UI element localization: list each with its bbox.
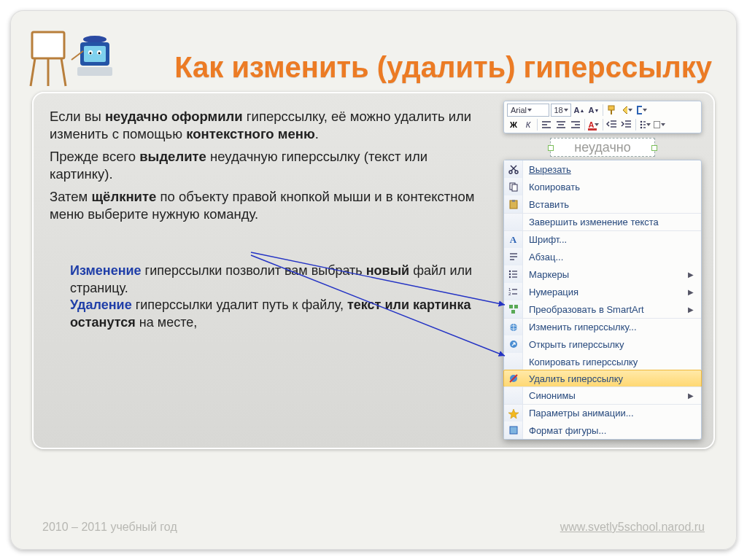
chevron-down-icon: [643, 109, 647, 112]
numbering-icon: 12: [508, 286, 519, 298]
menu-synonyms[interactable]: Синонимы▶: [504, 386, 701, 404]
context-menu: Вырезать Копировать Вставить Завершить и…: [503, 160, 702, 440]
separator: [603, 119, 603, 131]
svg-point-49: [508, 271, 510, 272]
text: гиперссылки удалит путь к файлу,: [132, 298, 347, 312]
menu-remove-hyperlink[interactable]: Удалить гиперссылку: [503, 370, 702, 387]
shape-fill-button[interactable]: [620, 104, 633, 117]
font-name: Arial: [511, 106, 527, 114]
align-center-button[interactable]: [554, 118, 568, 131]
chevron-down-icon: [564, 109, 568, 112]
label: Вставить: [523, 199, 694, 210]
text-bold: щёлкните: [91, 189, 156, 204]
menu-font[interactable]: AШрифт...: [504, 230, 701, 248]
separator: [537, 119, 538, 131]
menu-animation[interactable]: Параметры анимации...: [504, 404, 701, 421]
submenu-arrow-icon: ▶: [688, 288, 694, 296]
slide-footer: 2010 – 2011 учебный год www.svetly5schoo…: [42, 521, 705, 534]
footer-link[interactable]: www.svetly5school.narod.ru: [560, 521, 705, 534]
shrink-font-button[interactable]: A▼: [587, 104, 600, 117]
menu-paste[interactable]: Вставить: [504, 195, 701, 213]
label: Копировать: [523, 182, 694, 192]
svg-point-4: [83, 36, 107, 43]
align-left-button[interactable]: [540, 118, 553, 131]
selected-text-box[interactable]: неудачно: [550, 138, 655, 157]
outdent-icon: [606, 119, 618, 131]
svg-text:2: 2: [508, 292, 511, 296]
svg-point-38: [509, 171, 512, 174]
font-icon: A: [510, 234, 516, 246]
open-link-icon: [508, 338, 519, 350]
menu-edit-hyperlink[interactable]: Изменить гиперссылку...: [504, 318, 701, 335]
format-painter-button[interactable]: [605, 104, 619, 117]
menu-bullets[interactable]: Маркеры▶: [504, 265, 701, 283]
indent-icon: [621, 119, 632, 131]
content-frame: Если вы неудачно оформили гиперссылку, е…: [32, 92, 715, 449]
label: Завершить изменение текста: [523, 217, 694, 228]
bullets-button[interactable]: [638, 118, 651, 131]
label: Параметры анимации...: [523, 408, 694, 419]
svg-line-40: [511, 166, 516, 171]
bullets-icon: [508, 268, 519, 280]
font-select[interactable]: Arial: [507, 104, 549, 117]
separator: [584, 119, 585, 131]
slide-title: Как изменить (удалить) гиперссылку: [140, 51, 712, 83]
menu-format-shape[interactable]: Формат фигуры...: [504, 421, 701, 439]
submenu-arrow-icon: ▶: [688, 392, 694, 400]
align-left-icon: [541, 119, 552, 131]
mini-toolbar: Arial 18 A▲ A▼ Ж К A: [503, 101, 702, 133]
swatch-button[interactable]: [653, 118, 666, 131]
scissors-icon: [508, 163, 519, 175]
text-bold: выделите: [139, 149, 206, 164]
grow-font-button[interactable]: A▲: [573, 104, 586, 117]
increase-indent-button[interactable]: [620, 118, 633, 131]
italic-button[interactable]: К: [522, 118, 535, 131]
chevron-down-icon: [646, 123, 651, 126]
svg-rect-0: [32, 32, 64, 58]
text: .: [315, 126, 319, 141]
paragraph-1: Если вы неудачно оформили гиперссылку, е…: [50, 108, 492, 144]
menu-cut[interactable]: Вырезать: [504, 160, 701, 178]
shape-outline-button[interactable]: [635, 104, 648, 117]
svg-rect-61: [511, 310, 515, 314]
align-right-icon: [570, 119, 581, 131]
svg-line-2: [61, 58, 66, 86]
svg-rect-16: [638, 106, 642, 114]
font-size: 18: [554, 106, 562, 114]
label: Преобразовать в SmartArt: [529, 304, 644, 315]
label: Синонимы: [523, 390, 685, 401]
label: Абзац...: [523, 252, 694, 262]
label: Удалить гиперссылку: [523, 373, 694, 384]
font-color-button[interactable]: A: [587, 118, 600, 131]
text-blue: Удаление: [70, 298, 132, 312]
bold-button[interactable]: Ж: [507, 118, 520, 131]
menu-open-hyperlink[interactable]: Открыть гиперссылку: [504, 335, 701, 353]
label: Изменить гиперссылку...: [523, 322, 694, 332]
label: Копировать гиперссылку: [523, 357, 694, 368]
paragraph-3: Затем щёлкните по объекту правой кнопкой…: [50, 188, 492, 224]
svg-rect-59: [509, 305, 513, 308]
chevron-down-icon: [628, 109, 632, 112]
separator: [635, 119, 636, 131]
menu-copy-hyperlink[interactable]: Копировать гиперссылку: [504, 353, 701, 370]
menu-end-edit[interactable]: Завершить изменение текста: [504, 213, 701, 230]
svg-point-51: [508, 276, 510, 278]
format-shape-icon: [508, 424, 519, 436]
outline-icon: [635, 104, 642, 116]
svg-rect-60: [514, 305, 518, 308]
align-right-button[interactable]: [569, 118, 582, 131]
text: на месте,: [136, 315, 197, 330]
menu-numbering[interactable]: 12Нумерация▶: [504, 283, 701, 300]
decrease-indent-button[interactable]: [605, 118, 619, 131]
menu-smartart[interactable]: Преобразовать в SmartArt▶: [504, 300, 701, 318]
slide: Как изменить (удалить) гиперссылку Если …: [10, 10, 737, 550]
text-bold: новый: [366, 263, 409, 278]
hyperlink-icon: [508, 322, 519, 333]
svg-rect-69: [510, 427, 517, 434]
font-size-select[interactable]: 18: [551, 104, 571, 117]
text: гиперссылки позволит вам выбрать: [142, 263, 366, 278]
svg-rect-11: [77, 67, 112, 76]
menu-paragraph[interactable]: Абзац...: [504, 248, 701, 265]
separator: [603, 104, 603, 116]
menu-copy[interactable]: Копировать: [504, 178, 701, 195]
